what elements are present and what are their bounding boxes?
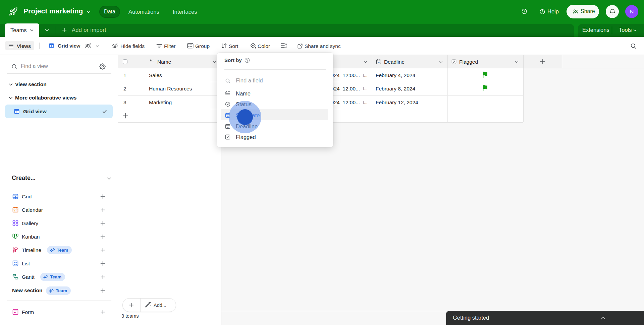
svg-text:31: 31	[14, 209, 17, 212]
svg-text:31: 31	[378, 62, 380, 64]
svg-text:31: 31	[227, 126, 229, 128]
